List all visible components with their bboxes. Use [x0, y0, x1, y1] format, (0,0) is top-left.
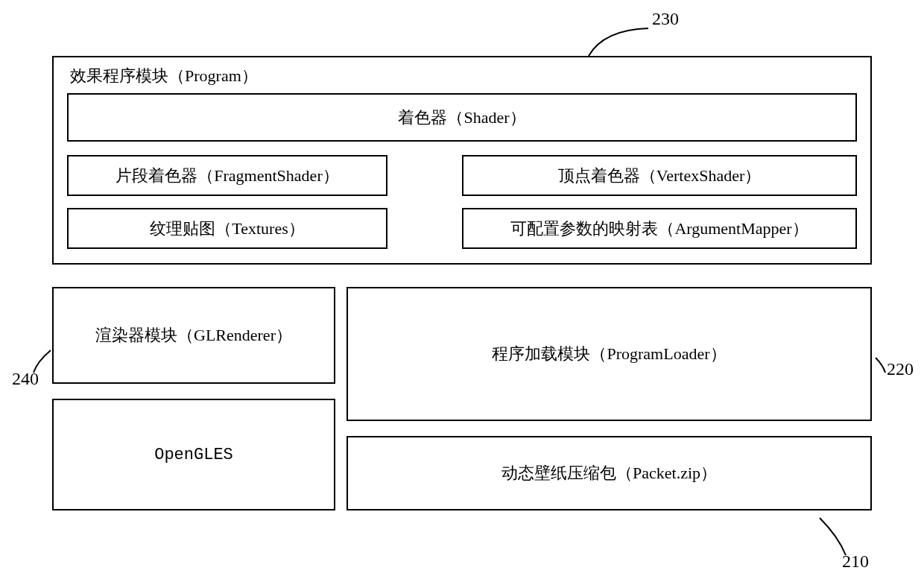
argument-mapper-box: 可配置参数的映射表（ArgumentMapper） [462, 208, 857, 249]
reference-label-230: 230 [652, 9, 679, 29]
reference-label-220: 220 [887, 359, 914, 379]
reference-label-210: 210 [842, 551, 869, 572]
program-module-box: 效果程序模块（Program） 着色器（Shader） 片段着色器（Fragme… [52, 56, 872, 265]
packet-zip-box: 动态壁纸压缩包（Packet.zip） [346, 436, 872, 510]
fragment-shader-box: 片段着色器（FragmentShader） [67, 155, 387, 196]
vertex-shader-box: 顶点着色器（VertexShader） [462, 155, 857, 196]
textures-box: 纹理贴图（Textures） [67, 208, 387, 249]
program-loader-box: 程序加载模块（ProgramLoader） [346, 287, 872, 421]
shader-box: 着色器（Shader） [67, 93, 857, 142]
program-title: 效果程序模块（Program） [67, 65, 857, 87]
reference-label-240: 240 [12, 369, 39, 389]
renderer-module-box: 渲染器模块（GLRenderer） [52, 287, 335, 384]
opengles-box: OpenGLES [52, 399, 335, 510]
